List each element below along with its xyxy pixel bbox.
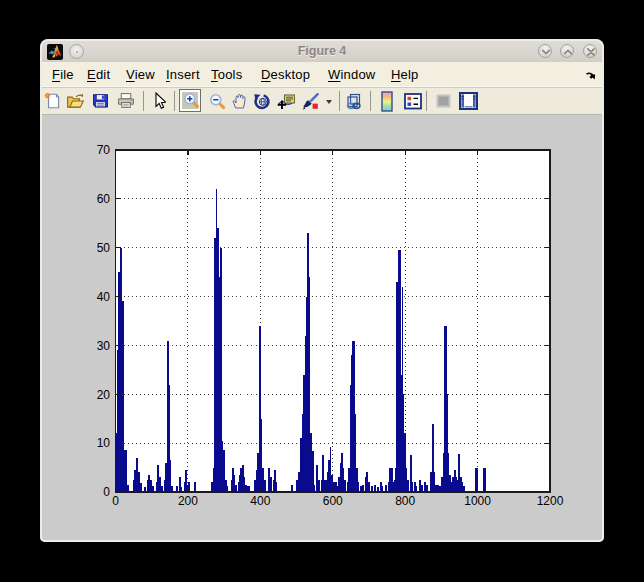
svg-text:10: 10 [97,436,111,450]
svg-text:1200: 1200 [537,494,564,508]
svg-text:40: 40 [97,290,111,304]
svg-text:600: 600 [323,494,343,508]
svg-text:800: 800 [395,494,415,508]
svg-text:30: 30 [97,339,111,353]
svg-text:0: 0 [112,494,119,508]
svg-text:50: 50 [97,241,111,255]
svg-text:0: 0 [103,485,110,499]
svg-text:400: 400 [250,494,270,508]
svg-text:60: 60 [97,192,111,206]
svg-text:200: 200 [178,494,198,508]
svg-text:1000: 1000 [464,494,491,508]
svg-text:20: 20 [97,388,111,402]
svg-text:70: 70 [97,143,111,157]
